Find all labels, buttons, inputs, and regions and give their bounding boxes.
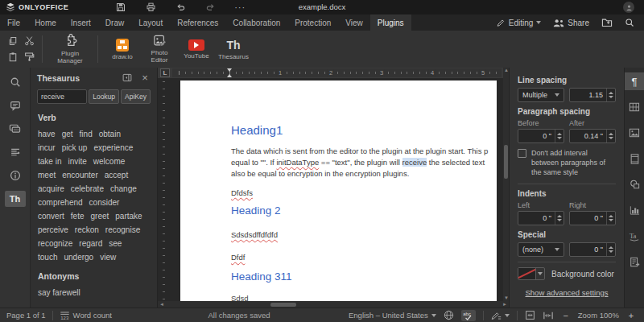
word-suggestion[interactable]: have [38,128,56,140]
word-suggestion[interactable]: see [109,237,122,250]
sidebar-item-thesaurus[interactable]: Th [5,191,26,207]
spacing-after-spinner[interactable]: 0.14 " [569,129,616,143]
save-icon[interactable] [115,2,126,13]
word-suggestion[interactable]: undergo [64,251,93,263]
mail-merge-settings-icon[interactable] [625,253,644,270]
plugin-manager-button[interactable]: Plugin Manager [48,32,92,66]
copy-icon[interactable] [6,35,19,47]
line-spacing-value-spinner[interactable]: 1.15 [569,88,616,102]
word-suggestion[interactable]: regard [79,237,102,250]
word-suggestion[interactable]: reckon [75,224,99,236]
word-suggestion[interactable]: celebrate [71,183,104,195]
word-suggestion[interactable]: fete [71,210,85,222]
table-settings-icon[interactable] [625,98,644,116]
tab-view[interactable]: View [338,14,370,31]
tab-stop-selector[interactable]: L [160,68,170,77]
scroll-left-icon[interactable]: ◄ [159,302,164,307]
word-suggestion[interactable]: view [100,251,116,263]
tab-collaboration[interactable]: Collaboration [225,14,287,31]
fit-to-page-button[interactable] [525,310,535,320]
lookup-button[interactable]: Lookup [89,89,119,104]
shape-settings-icon[interactable] [625,175,644,193]
spacing-before-spinner[interactable]: 0 " [518,129,564,143]
tab-plugins[interactable]: Plugins [370,14,411,31]
show-advanced-settings-link[interactable]: Show advanced settings [518,288,616,297]
doc-text3[interactable]: Dfdf [231,253,245,262]
vertical-scrollbar[interactable]: ▲ ▼ [503,68,509,301]
dock-panel-icon[interactable] [122,72,133,84]
background-color-picker[interactable] [518,267,545,280]
spell-checking-button[interactable]: abc [461,310,476,321]
scroll-down-icon[interactable]: ▼ [504,296,508,300]
search-button[interactable] [625,18,634,27]
vertical-scroll-thumb[interactable] [504,145,508,179]
word-suggestion[interactable]: touch [38,251,57,263]
zoom-out-button[interactable]: − [561,311,571,320]
tab-insert[interactable]: Insert [64,14,98,31]
photo-editor-button[interactable]: Photo Editor [141,32,178,66]
chart-settings-icon[interactable] [625,201,644,219]
paragraph-settings-icon[interactable]: ¶ [625,72,644,90]
word-suggestion[interactable]: comprehend [38,196,83,208]
horizontal-scroll-thumb[interactable] [270,303,296,307]
word-suggestion[interactable]: pick up [62,142,88,154]
word-suggestion[interactable]: greet [90,210,109,222]
word-suggestion[interactable]: get [62,128,73,140]
zoom-level[interactable]: Zoom 100% [578,311,619,320]
drawio-button[interactable]: draw.io [104,32,141,66]
page-number-status[interactable]: Page 1 of 1 [6,311,46,320]
print-icon[interactable] [145,2,156,13]
word-suggestion[interactable]: invite [68,155,86,167]
horizontal-ruler[interactable]: 12345 [172,68,502,77]
word-suggestion[interactable]: partake [115,210,142,222]
tab-home[interactable]: Home [27,14,64,31]
youtube-button[interactable]: YouTube [178,32,215,66]
redo-icon[interactable] [204,2,216,13]
doc-text2[interactable]: Sdsdsdffdfdfd [231,230,278,239]
set-language-button[interactable] [444,310,454,320]
word-suggestion[interactable]: recognize [38,237,72,250]
tab-protection[interactable]: Protection [287,14,338,31]
close-panel-icon[interactable]: × [139,72,151,84]
editing-mode-button[interactable]: Editing [496,19,542,27]
navigation-headings-icon[interactable] [5,144,26,160]
about-info-icon[interactable] [5,167,26,184]
find-icon[interactable] [5,74,26,90]
thesaurus-button[interactable]: Th Thesaurus [215,32,252,66]
headers-footers-settings-icon[interactable] [625,150,644,167]
thesaurus-search-input[interactable] [37,89,87,104]
word-suggestion[interactable]: encounter [62,169,97,181]
tab-layout[interactable]: Layout [131,14,170,31]
special-amount-spinner[interactable]: 0 " [569,242,616,257]
scroll-right-icon[interactable]: ► [502,302,507,307]
doc-heading2[interactable]: Heading 2 [231,204,497,217]
document-language-button[interactable]: English – United States [349,311,436,320]
doc-paragraph[interactable]: The data which is sent from the editor t… [231,146,497,180]
word-count-button[interactable]: 123 Word count [60,311,112,320]
vertical-ruler[interactable] [158,78,169,301]
undo-icon[interactable] [175,2,186,13]
word-suggestion[interactable]: change [110,183,137,195]
fit-to-width-button[interactable] [543,311,554,320]
word-suggestion[interactable]: recognise [105,224,140,236]
indent-left-spinner[interactable]: 0 " [518,211,564,225]
word-suggestion[interactable]: obtain [99,128,121,140]
word-suggestion[interactable]: find [80,128,93,140]
more-actions-button[interactable]: ··· [234,2,246,13]
tab-file[interactable]: File [0,14,27,31]
doc-heading3[interactable]: Heading 311 [231,270,497,283]
word-suggestion[interactable]: acquire [38,183,64,195]
text-art-settings-icon[interactable]: Ta [625,227,644,245]
indent-right-spinner[interactable]: 0 " [569,211,616,225]
apikey-button[interactable]: ApiKey [121,89,151,104]
chat-icon[interactable] [5,121,26,137]
doc-paragraph-line2[interactable]: equal to "". If initDataType == "text", … [231,157,497,168]
word-suggestion[interactable]: perceive [38,224,68,236]
cut-icon[interactable] [23,35,35,47]
special-select[interactable]: (none) [518,242,564,257]
document-page[interactable]: Heading1 The data which is sent from the… [180,80,497,301]
doc-heading1[interactable]: Heading1 [231,123,497,138]
word-suggestion[interactable]: say farewell [38,287,80,299]
user-avatar[interactable] [623,2,634,13]
word-suggestion[interactable]: take in [38,155,61,167]
